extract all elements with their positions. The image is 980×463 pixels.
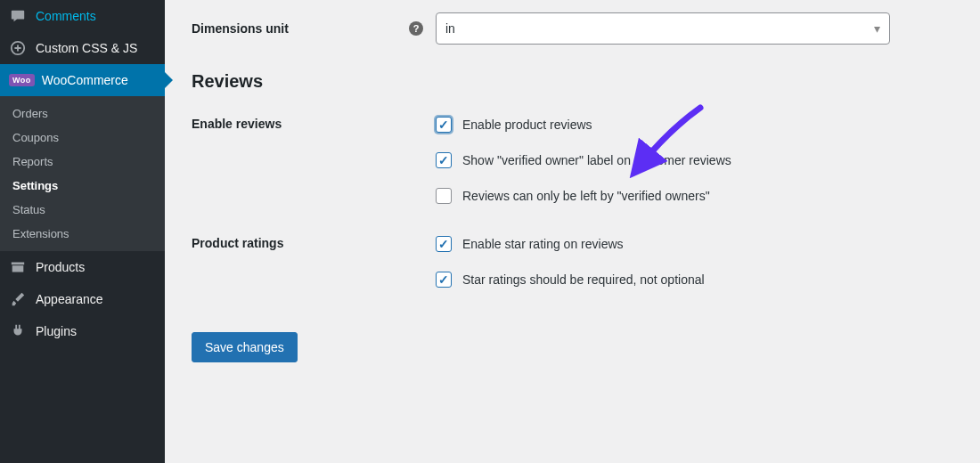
sidebar-item-plugins[interactable]: Plugins <box>0 315 165 347</box>
admin-sidebar: Comments Custom CSS & JS Woo WooCommerce… <box>0 0 165 463</box>
save-button[interactable]: Save changes <box>192 332 298 362</box>
checkbox-verified-owner-label[interactable] <box>436 152 452 168</box>
sidebar-sub-settings[interactable]: Settings <box>0 174 165 198</box>
help-icon[interactable]: ? <box>409 21 423 36</box>
checkbox-only-verified-owners[interactable] <box>436 188 452 204</box>
heading-reviews: Reviews <box>192 71 953 92</box>
settings-main: Dimensions unit ? in ▾ Reviews Enable re… <box>165 0 980 463</box>
sidebar-item-comments[interactable]: Comments <box>0 0 165 32</box>
select-dimensions-unit[interactable]: in ▾ <box>436 12 890 45</box>
row-dimensions-unit: Dimensions unit ? in ▾ <box>192 12 953 45</box>
plus-circle-icon <box>9 39 27 57</box>
opt-verified-owner-label: Show "verified owner" label on customer … <box>436 152 953 168</box>
opt-enable-product-reviews: Enable product reviews <box>436 117 953 133</box>
select-value: in <box>445 21 455 36</box>
opt-only-verified-owners: Reviews can only be left by "verified ow… <box>436 188 953 204</box>
label-enable-reviews: Enable reviews <box>192 117 282 131</box>
plug-icon <box>9 322 27 340</box>
sidebar-sub-orders[interactable]: Orders <box>0 102 165 126</box>
sidebar-item-appearance[interactable]: Appearance <box>0 283 165 315</box>
brush-icon <box>9 290 27 308</box>
sidebar-item-label: WooCommerce <box>42 73 128 87</box>
archive-icon <box>9 258 27 276</box>
opt-enable-star-rating: Enable star rating on reviews <box>436 236 953 252</box>
woo-icon: Woo <box>9 74 35 86</box>
checkbox-enable-star-rating[interactable] <box>436 236 452 252</box>
sidebar-item-label: Appearance <box>36 292 103 306</box>
checkbox-label[interactable]: Enable product reviews <box>462 118 592 132</box>
opt-star-rating-required: Star ratings should be required, not opt… <box>436 272 953 288</box>
sidebar-sub-status[interactable]: Status <box>0 198 165 222</box>
chevron-down-icon: ▾ <box>874 21 880 36</box>
checkbox-label[interactable]: Enable star rating on reviews <box>462 237 624 251</box>
checkbox-star-rating-required[interactable] <box>436 272 452 288</box>
row-enable-reviews: Enable reviews Enable product reviews Sh… <box>192 117 953 204</box>
checkbox-enable-product-reviews[interactable] <box>436 117 452 133</box>
comment-icon <box>9 7 27 25</box>
sidebar-item-woocommerce[interactable]: Woo WooCommerce <box>0 64 165 96</box>
sidebar-submenu-woocommerce: Orders Coupons Reports Settings Status E… <box>0 96 165 251</box>
checkbox-label[interactable]: Show "verified owner" label on customer … <box>462 153 731 167</box>
sidebar-item-label: Custom CSS & JS <box>36 41 137 55</box>
row-product-ratings: Product ratings Enable star rating on re… <box>192 236 953 288</box>
checkbox-label[interactable]: Star ratings should be required, not opt… <box>462 272 705 287</box>
label-dimensions-unit: Dimensions unit <box>192 21 289 36</box>
sidebar-item-products[interactable]: Products <box>0 251 165 283</box>
sidebar-sub-extensions[interactable]: Extensions <box>0 222 165 246</box>
sidebar-sub-reports[interactable]: Reports <box>0 150 165 174</box>
sidebar-item-custom-css-js[interactable]: Custom CSS & JS <box>0 32 165 64</box>
sidebar-item-label: Products <box>36 260 85 274</box>
sidebar-item-label: Plugins <box>36 324 77 338</box>
checkbox-label[interactable]: Reviews can only be left by "verified ow… <box>462 189 710 203</box>
label-product-ratings: Product ratings <box>192 236 283 250</box>
sidebar-sub-coupons[interactable]: Coupons <box>0 126 165 150</box>
sidebar-item-label: Comments <box>36 9 96 23</box>
